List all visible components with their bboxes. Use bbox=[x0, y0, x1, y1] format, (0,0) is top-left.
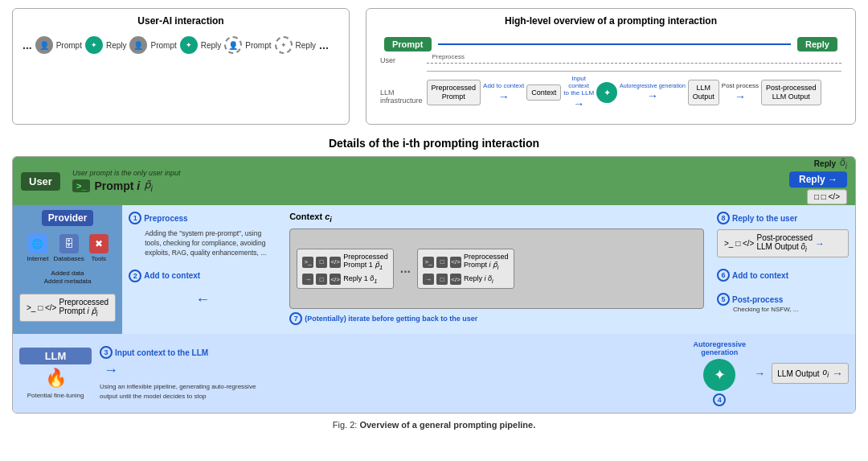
output-box-small: □ □ </> bbox=[807, 190, 847, 205]
user-ai-interaction-box: User-AI interaction ... 👤 Prompt ✦ Reply… bbox=[12, 8, 350, 125]
step6-label: 6 Add to context bbox=[717, 269, 849, 282]
autoregressive-area: Autoregressive generation ✦ 4 bbox=[691, 340, 747, 406]
terminal-icon: >_ bbox=[72, 179, 91, 192]
step8-num: 8 bbox=[717, 212, 730, 224]
mini-terminal-i: >_ bbox=[423, 257, 434, 268]
hl-post-processed-box: Post-processedLLM Output bbox=[761, 80, 821, 105]
preprocessed-box-provider: >_ □ </> PreprocessedPrompt i p̃i bbox=[19, 294, 116, 322]
tools-label: Tools bbox=[91, 255, 106, 262]
user-only-input-text: User prompt is the only user input bbox=[72, 169, 181, 177]
math-p-i: p̃i bbox=[144, 179, 153, 193]
fig-text: Overview of a general prompting pipeline… bbox=[359, 420, 535, 430]
hl-post-process-label: Post process bbox=[722, 82, 759, 89]
step2-arrow: ← bbox=[129, 291, 276, 308]
provider-icons: 🌐 Internet 🗄 Databases ✖ Tools bbox=[27, 234, 108, 262]
llm-output-box: LLM Output oi → bbox=[772, 363, 849, 384]
autoregressive-label: Autoregressive generation bbox=[691, 340, 747, 356]
llm-output-label: LLM Output bbox=[777, 369, 819, 378]
ghost-chatgpt-icon: ✦ bbox=[275, 36, 293, 54]
reply-math: õi bbox=[840, 157, 847, 170]
context-box: >_ □ </> PreprocessedPrompt 1 p̃1 → □ </… bbox=[289, 228, 704, 309]
hl-add-to-context-arrow: Add to context → bbox=[483, 82, 524, 103]
post-processed-text: Post-processedLLM Output õi bbox=[756, 233, 812, 253]
provider-row: Provider 🌐 Internet 🗄 Databases ✖ Tools bbox=[13, 205, 855, 334]
provider-added: Added data Added metadata bbox=[44, 270, 92, 286]
step2-label: 2 Add to context bbox=[129, 270, 276, 282]
prompt-i-text: Prompt i bbox=[94, 179, 140, 192]
hl-autoregressive-arrow: Autoregressive generation → bbox=[620, 83, 686, 102]
dots-left: ... bbox=[23, 39, 32, 51]
terminal-mini: >_ □ </> bbox=[27, 303, 56, 312]
tools-item: ✖ Tools bbox=[89, 234, 108, 262]
step1-num: 1 bbox=[129, 212, 141, 224]
context-reply-1: → □ </> Reply 1 õ1 bbox=[302, 274, 388, 285]
person-icon-1: 👤 bbox=[35, 36, 53, 54]
databases-icon: 🗄 bbox=[59, 234, 79, 253]
context-item-1: >_ □ </> PreprocessedPrompt 1 p̃1 → □ </… bbox=[297, 249, 394, 289]
step7-num: 7 bbox=[289, 312, 302, 325]
reply-label-3: Reply bbox=[296, 41, 317, 50]
internet-label: Internet bbox=[27, 255, 48, 262]
provider-middle: 1 Preprocess Adding the "system pre-prom… bbox=[122, 205, 283, 334]
step3-num: 3 bbox=[100, 346, 113, 359]
mini-terminal-1: >_ bbox=[302, 257, 313, 268]
hl-preprocess-label: Preprocess bbox=[431, 53, 466, 60]
high-level-box: High-level overview of a prompting inter… bbox=[366, 8, 856, 125]
step5-desc: Checking for NSFW, ... bbox=[733, 306, 849, 313]
step5-label: 5 Post-process bbox=[717, 293, 849, 306]
llm-middle: 3 Input context to the LLM → Using an in… bbox=[100, 346, 683, 400]
mini-code-ri: </> bbox=[450, 274, 461, 285]
preprocessed-1-label: PreprocessedPrompt 1 p̃1 bbox=[343, 253, 388, 271]
reply-arrow-icon: → bbox=[828, 175, 837, 186]
llm-section-label: LLM bbox=[19, 348, 92, 364]
post-processed-provider-box: >_ □ </> Post-processedLLM Output õi → bbox=[717, 229, 849, 257]
fig-label: Fig. 2: bbox=[333, 420, 360, 430]
post-processed-arrow: → bbox=[815, 238, 825, 249]
details-title: Details of the i-th prompting interactio… bbox=[12, 137, 856, 150]
figure-caption: Fig. 2: Overview of a general prompting … bbox=[12, 420, 856, 430]
output-icon: □ □ </> bbox=[814, 193, 840, 202]
hl-llm-output-box: LLMOutput bbox=[688, 80, 719, 105]
step7-text: (Potentially) iterate before getting bac… bbox=[305, 315, 477, 323]
flame-icon: 🔥 bbox=[19, 368, 92, 389]
step6-num: 6 bbox=[717, 269, 730, 282]
step6-text: Add to context bbox=[732, 271, 788, 280]
llm-row: LLM 🔥 Potential fine-tuning 3 Input cont… bbox=[13, 334, 855, 413]
step8-label: 8 Reply to the user bbox=[717, 212, 849, 224]
context-dots: ... bbox=[400, 261, 411, 276]
step7-area: 7 (Potentially) iterate before getting b… bbox=[289, 312, 704, 325]
interaction-flow: ... 👤 Prompt ✦ Reply 👤 Prompt ✦ Reply 👤 … bbox=[23, 33, 339, 57]
reply-label-1: Reply bbox=[106, 41, 127, 50]
mini-box-ri: □ bbox=[436, 274, 448, 285]
context-reply-i: → □ </> Reply i õi bbox=[423, 274, 509, 285]
context-area: Context ci >_ □ </> PreprocessedPrompt 1… bbox=[283, 205, 710, 334]
hl-user-label: User bbox=[380, 56, 423, 64]
high-level-title: High-level overview of a prompting inter… bbox=[376, 15, 845, 27]
mini-code-i: </> bbox=[450, 257, 461, 268]
databases-item: 🗄 Databases bbox=[54, 234, 84, 262]
reply-btn-label: Reply bbox=[799, 175, 825, 186]
hl-reply-button: Reply bbox=[797, 37, 837, 51]
added-data-label: Added data bbox=[51, 270, 84, 277]
added-metadata-label: Added metadata bbox=[44, 278, 92, 285]
internet-item: 🌐 Internet bbox=[27, 234, 48, 262]
hl-autoregressive-label: Autoregressive generation bbox=[620, 83, 686, 88]
reply-button[interactable]: Reply → bbox=[789, 172, 847, 188]
post-processed-icon: >_ □ </> bbox=[724, 239, 754, 248]
hl-preprocessed-prompt-box: PreprocessedPrompt bbox=[427, 80, 481, 105]
hl-context-box: Context bbox=[526, 84, 561, 101]
fine-tuning-text: Potential fine-tuning bbox=[19, 392, 92, 400]
step5-area: 5 Post-process Checking for NSFW, ... bbox=[717, 293, 849, 313]
hl-chatgpt-icon: ✦ bbox=[596, 82, 617, 103]
mini-arrow-1: → bbox=[302, 274, 313, 285]
mini-arrow-i: → bbox=[423, 274, 434, 285]
person-icon-2: 👤 bbox=[129, 36, 147, 54]
provider-label-col: Provider 🌐 Internet 🗄 Databases ✖ Tools bbox=[13, 205, 122, 334]
user-ai-title: User-AI interaction bbox=[23, 15, 339, 27]
prompt-label-3: Prompt bbox=[245, 41, 271, 50]
preprocess-desc: Adding the "system pre-prompt", using to… bbox=[145, 229, 276, 258]
reply-i-label: Reply i õi bbox=[464, 274, 493, 285]
llm-label-area: LLM 🔥 Potential fine-tuning bbox=[19, 348, 92, 400]
step8-text: Reply to the user bbox=[732, 214, 797, 223]
context-preprocessed-i: >_ □ </> PreprocessedPrompt i p̃i bbox=[423, 253, 509, 271]
